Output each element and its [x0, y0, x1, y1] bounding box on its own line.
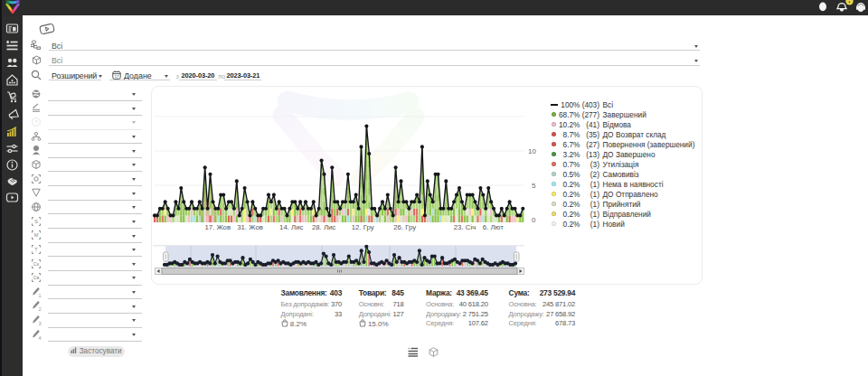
svg-text:12. Гру: 12. Гру — [352, 223, 374, 231]
svg-text:31. Жов: 31. Жов — [237, 223, 263, 231]
svg-text:5: 5 — [532, 182, 536, 190]
svg-text:17. Жов: 17. Жов — [204, 223, 231, 231]
svg-text:0: 0 — [532, 216, 536, 224]
svg-text:28. Лис: 28. Лис — [312, 223, 335, 231]
svg-text:23. Січ: 23. Січ — [454, 223, 476, 231]
svg-text:10: 10 — [528, 147, 536, 155]
svg-text:26. Гру: 26. Гру — [393, 223, 416, 231]
svg-text:6. Лют: 6. Лют — [483, 223, 504, 231]
svg-text:14. Лис: 14. Лис — [279, 223, 303, 231]
